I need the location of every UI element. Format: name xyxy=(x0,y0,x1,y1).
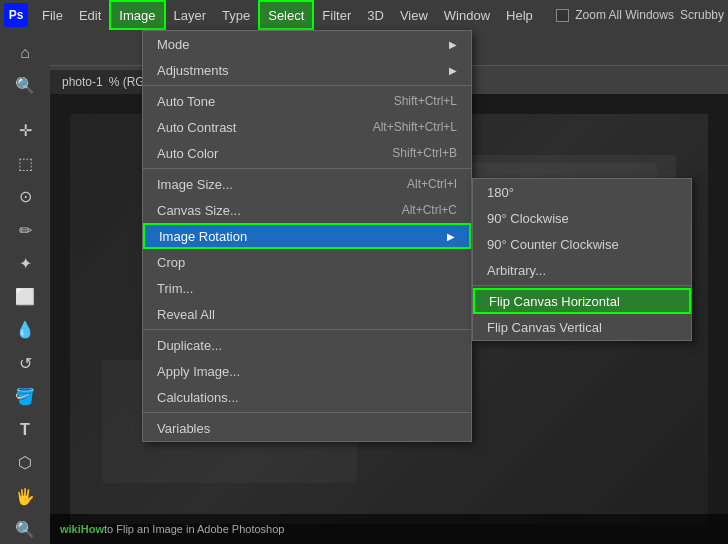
reveal-all-label: Reveal All xyxy=(157,307,215,322)
menu-file[interactable]: File xyxy=(34,0,71,30)
tool-home[interactable]: ⌂ xyxy=(9,38,41,67)
menu-item-auto-tone[interactable]: Auto Tone Shift+Ctrl+L xyxy=(143,88,471,114)
adjustments-arrow-icon: ▶ xyxy=(449,65,457,76)
auto-color-label: Auto Color xyxy=(157,146,218,161)
auto-tone-shortcut: Shift+Ctrl+L xyxy=(394,94,457,108)
tool-brush[interactable]: ✏ xyxy=(9,216,41,245)
submenu-item-arbitrary[interactable]: Arbitrary... xyxy=(473,257,691,283)
submenu-item-90cw[interactable]: 90° Clockwise xyxy=(473,205,691,231)
menu-item-calculations[interactable]: Calculations... xyxy=(143,384,471,410)
image-dropdown: Mode ▶ Adjustments ▶ Auto Tone Shift+Ctr… xyxy=(142,30,472,442)
flip-horizontal-label: Flip Canvas Horizontal xyxy=(489,294,620,309)
submenu-item-180[interactable]: 180° xyxy=(473,179,691,205)
menu-item-crop[interactable]: Crop xyxy=(143,249,471,275)
wikihow-logo: wikiHow xyxy=(60,523,104,535)
menu-item-reveal-all[interactable]: Reveal All xyxy=(143,301,471,327)
mode-arrow-icon: ▶ xyxy=(449,39,457,50)
menu-item-duplicate[interactable]: Duplicate... xyxy=(143,332,471,358)
tool-marquee[interactable]: ⬚ xyxy=(9,149,41,178)
menu-type[interactable]: Type xyxy=(214,0,258,30)
menu-image[interactable]: Image xyxy=(109,0,165,30)
apply-image-label: Apply Image... xyxy=(157,364,240,379)
bottom-bar: wikiHow to Flip an Image in Adobe Photos… xyxy=(50,514,728,544)
menu-item-mode[interactable]: Mode ▶ xyxy=(143,31,471,57)
sep-3 xyxy=(143,329,471,330)
ps-logo: Ps xyxy=(4,3,28,27)
tool-move[interactable]: ✛ xyxy=(9,116,41,145)
calculations-label: Calculations... xyxy=(157,390,239,405)
menu-item-variables[interactable]: Variables xyxy=(143,415,471,441)
menu-3d[interactable]: 3D xyxy=(359,0,392,30)
zoom-checkbox[interactable] xyxy=(556,9,569,22)
duplicate-label: Duplicate... xyxy=(157,338,222,353)
toolbar: ⌂ 🔍 ✛ ⬚ ⊙ ✏ ✦ ⬜ 💧 ↺ 🪣 T ⬡ 🖐 🔍 xyxy=(0,30,50,544)
menu-edit[interactable]: Edit xyxy=(71,0,109,30)
tool-zoom[interactable]: 🔍 xyxy=(9,71,41,100)
variables-label: Variables xyxy=(157,421,210,436)
how-text: How xyxy=(81,523,104,535)
trim-label: Trim... xyxy=(157,281,193,296)
tab-name: photo-1 xyxy=(62,75,103,89)
menu-item-adjustments[interactable]: Adjustments ▶ xyxy=(143,57,471,83)
arbitrary-label: Arbitrary... xyxy=(487,263,546,278)
tool-healing[interactable]: ✦ xyxy=(9,249,41,278)
menu-item-image-rotation[interactable]: Image Rotation ▶ xyxy=(143,223,471,249)
submenu-item-flip-horizontal[interactable]: Flip Canvas Horizontal xyxy=(473,288,691,314)
submenu-sep-1 xyxy=(473,285,691,286)
auto-contrast-shortcut: Alt+Shift+Ctrl+L xyxy=(373,120,457,134)
scrubby-label: Scrubby xyxy=(680,8,724,22)
menu-item-trim[interactable]: Trim... xyxy=(143,275,471,301)
menu-item-auto-contrast[interactable]: Auto Contrast Alt+Shift+Ctrl+L xyxy=(143,114,471,140)
rotate-90ccw-label: 90° Counter Clockwise xyxy=(487,237,619,252)
menu-item-adjustments-label: Adjustments xyxy=(157,63,229,78)
zoom-all-windows-label: Zoom All Windows xyxy=(575,8,674,22)
sep-4 xyxy=(143,412,471,413)
tool-crop[interactable]: ⬜ xyxy=(9,282,41,311)
menu-window[interactable]: Window xyxy=(436,0,498,30)
menu-layer[interactable]: Layer xyxy=(166,0,215,30)
description-text: to Flip an Image in Adobe Photoshop xyxy=(104,523,284,535)
tool-history[interactable]: ↺ xyxy=(9,349,41,378)
auto-contrast-label: Auto Contrast xyxy=(157,120,237,135)
tool-text[interactable]: T xyxy=(9,415,41,444)
menu-item-auto-color[interactable]: Auto Color Shift+Ctrl+B xyxy=(143,140,471,166)
sep-1 xyxy=(143,85,471,86)
tool-shape[interactable]: ⬡ xyxy=(9,448,41,477)
menu-help[interactable]: Help xyxy=(498,0,541,30)
menu-item-image-size[interactable]: Image Size... Alt+Ctrl+I xyxy=(143,171,471,197)
tool-eyedropper[interactable]: 💧 xyxy=(9,315,41,344)
auto-color-shortcut: Shift+Ctrl+B xyxy=(392,146,457,160)
canvas-size-label: Canvas Size... xyxy=(157,203,241,218)
image-rotation-label: Image Rotation xyxy=(159,229,247,244)
sep-2 xyxy=(143,168,471,169)
submenu-item-flip-vertical[interactable]: Flip Canvas Vertical xyxy=(473,314,691,340)
canvas-size-shortcut: Alt+Ctrl+C xyxy=(402,203,457,217)
rotate-90cw-label: 90° Clockwise xyxy=(487,211,569,226)
rotation-submenu: 180° 90° Clockwise 90° Counter Clockwise… xyxy=(472,178,692,341)
menu-item-apply-image[interactable]: Apply Image... xyxy=(143,358,471,384)
rotate-180-label: 180° xyxy=(487,185,514,200)
menu-filter[interactable]: Filter xyxy=(314,0,359,30)
image-size-shortcut: Alt+Ctrl+I xyxy=(407,177,457,191)
image-rotation-arrow-icon: ▶ xyxy=(447,231,455,242)
flip-vertical-label: Flip Canvas Vertical xyxy=(487,320,602,335)
wiki-text: wiki xyxy=(60,523,81,535)
tool-paint-bucket[interactable]: 🪣 xyxy=(9,382,41,411)
submenu-item-90ccw[interactable]: 90° Counter Clockwise xyxy=(473,231,691,257)
menu-view[interactable]: View xyxy=(392,0,436,30)
zoom-options: Zoom All Windows Scrubby xyxy=(556,8,724,22)
auto-tone-label: Auto Tone xyxy=(157,94,215,109)
crop-label: Crop xyxy=(157,255,185,270)
tool-hand[interactable]: 🖐 xyxy=(9,482,41,511)
menu-select[interactable]: Select xyxy=(258,0,314,30)
tool-zoom2[interactable]: 🔍 xyxy=(9,515,41,544)
menu-item-canvas-size[interactable]: Canvas Size... Alt+Ctrl+C xyxy=(143,197,471,223)
tool-lasso[interactable]: ⊙ xyxy=(9,182,41,211)
image-size-label: Image Size... xyxy=(157,177,233,192)
menu-item-mode-label: Mode xyxy=(157,37,190,52)
menubar: Ps File Edit Image Layer Type Select Fil… xyxy=(0,0,728,30)
